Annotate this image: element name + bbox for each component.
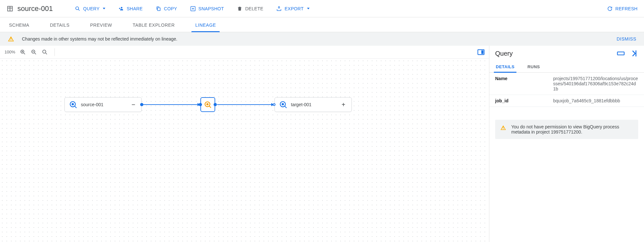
svg-point-18 bbox=[72, 103, 74, 105]
refresh-label: REFRESH bbox=[615, 6, 638, 11]
export-icon bbox=[276, 6, 282, 12]
target-node-label: target-001 bbox=[291, 102, 312, 107]
banner-message: Changes made in other systems may not be… bbox=[22, 36, 177, 42]
copy-label: COPY bbox=[164, 6, 177, 11]
divider bbox=[54, 48, 55, 56]
query-button[interactable]: QUERY bbox=[75, 6, 105, 12]
delete-button[interactable]: DELETE bbox=[237, 6, 263, 12]
source-node-label: source-001 bbox=[81, 102, 103, 107]
zoom-in-button[interactable] bbox=[20, 49, 26, 55]
lineage-canvas-pane: 100% source-001 − bbox=[0, 46, 489, 242]
delete-label: DELETE bbox=[245, 6, 263, 11]
details-value: bquxjob_7a6465c9_1881efdbbbb bbox=[547, 95, 644, 107]
side-tab-runs[interactable]: RUNS bbox=[527, 61, 541, 72]
details-side-panel: Query DETAILS RUNS Name projects/1997517… bbox=[489, 46, 644, 242]
collapse-panel-button[interactable] bbox=[629, 49, 638, 58]
zoom-out-button[interactable] bbox=[31, 49, 37, 55]
warning-icon bbox=[500, 125, 506, 131]
main-tabs: SCHEMA DETAILS PREVIEW TABLE EXPLORER LI… bbox=[0, 17, 644, 32]
snapshot-icon bbox=[190, 6, 196, 12]
svg-line-6 bbox=[24, 53, 25, 54]
chevron-down-icon bbox=[307, 8, 310, 9]
tab-table-explorer[interactable]: TABLE EXPLORER bbox=[131, 18, 176, 32]
details-row-jobid: job_id bquxjob_7a6465c9_1881efdbbbb bbox=[489, 95, 644, 107]
details-key: job_id bbox=[489, 95, 547, 107]
side-panel-title: Query bbox=[495, 50, 513, 57]
tab-schema[interactable]: SCHEMA bbox=[8, 18, 31, 32]
zoom-level: 100% bbox=[5, 50, 15, 54]
details-value: projects/199751771200/locations/us/proce… bbox=[547, 73, 644, 95]
refresh-icon bbox=[607, 6, 613, 12]
zoom-reset-button[interactable] bbox=[42, 49, 48, 55]
share-button[interactable]: SHARE bbox=[118, 6, 143, 12]
svg-line-23 bbox=[285, 106, 286, 108]
lineage-warning-banner: Changes made in other systems may not be… bbox=[0, 32, 644, 46]
output-port[interactable] bbox=[214, 103, 217, 106]
export-label: EXPORT bbox=[284, 6, 303, 11]
svg-rect-15 bbox=[481, 51, 484, 54]
copy-button[interactable]: COPY bbox=[156, 6, 177, 12]
lineage-edge bbox=[143, 104, 198, 105]
dismiss-button[interactable]: DISMISS bbox=[617, 36, 636, 42]
svg-rect-25 bbox=[618, 52, 624, 55]
toolbar-actions: QUERY SHARE COPY SNAPSHOT DELETE EXPORT bbox=[75, 6, 309, 12]
bigquery-table-icon bbox=[69, 100, 78, 109]
svg-line-1 bbox=[78, 9, 80, 11]
svg-line-10 bbox=[35, 53, 36, 54]
svg-point-21 bbox=[207, 103, 209, 106]
layout-icon-button[interactable] bbox=[616, 49, 625, 58]
table-icon bbox=[6, 5, 14, 12]
side-tab-details[interactable]: DETAILS bbox=[495, 61, 515, 72]
chevron-down-icon bbox=[103, 8, 105, 9]
zoom-toolbar: 100% bbox=[0, 46, 489, 59]
lineage-edge bbox=[217, 104, 272, 105]
details-row-name: Name projects/199751771200/locations/us/… bbox=[489, 73, 644, 95]
details-key: Name bbox=[489, 73, 547, 95]
svg-point-12 bbox=[43, 50, 46, 53]
snapshot-label: SNAPSHOT bbox=[198, 6, 224, 11]
snapshot-button[interactable]: SNAPSHOT bbox=[190, 6, 224, 12]
tab-preview[interactable]: PREVIEW bbox=[89, 18, 113, 32]
copy-icon bbox=[156, 6, 161, 12]
warning-icon bbox=[8, 36, 14, 42]
input-port[interactable] bbox=[199, 103, 202, 106]
svg-rect-3 bbox=[158, 8, 160, 11]
svg-point-0 bbox=[76, 7, 79, 10]
table-identity: source-001 bbox=[6, 5, 53, 13]
refresh-button[interactable]: REFRESH bbox=[607, 6, 638, 12]
tab-details[interactable]: DETAILS bbox=[49, 18, 71, 32]
export-button[interactable]: EXPORT bbox=[276, 6, 309, 12]
side-panel-tabs: DETAILS RUNS bbox=[489, 61, 644, 73]
lineage-source-node[interactable]: source-001 − bbox=[64, 97, 142, 112]
bigquery-table-icon bbox=[279, 100, 288, 109]
collapse-button[interactable]: − bbox=[129, 100, 138, 109]
svg-line-20 bbox=[209, 106, 211, 108]
trash-icon bbox=[237, 6, 243, 12]
output-port[interactable] bbox=[140, 103, 143, 106]
tab-lineage[interactable]: LINEAGE bbox=[194, 18, 217, 32]
top-toolbar: source-001 QUERY SHARE COPY SNAPSHOT DEL… bbox=[0, 0, 644, 17]
expand-button[interactable]: + bbox=[339, 100, 348, 109]
share-label: SHARE bbox=[127, 6, 143, 11]
lineage-canvas[interactable]: source-001 − bbox=[0, 59, 489, 242]
search-icon bbox=[75, 6, 81, 12]
lineage-target-node[interactable]: target-001 + bbox=[274, 97, 352, 112]
permission-warning-text: You do not have permission to view BigQu… bbox=[511, 124, 633, 135]
person-add-icon bbox=[118, 6, 124, 12]
svg-point-24 bbox=[282, 103, 284, 105]
query-label: QUERY bbox=[83, 6, 100, 11]
permission-warning: You do not have permission to view BigQu… bbox=[495, 120, 638, 139]
panel-toggle-button[interactable] bbox=[477, 48, 485, 56]
table-title: source-001 bbox=[17, 5, 53, 13]
main-area: 100% source-001 − bbox=[0, 46, 644, 242]
input-port[interactable] bbox=[273, 103, 275, 106]
svg-line-17 bbox=[75, 106, 76, 108]
side-panel-header: Query bbox=[489, 46, 644, 61]
svg-line-13 bbox=[46, 53, 47, 54]
lineage-process-node[interactable] bbox=[200, 97, 215, 112]
svg-point-2 bbox=[121, 7, 122, 8]
details-table: Name projects/199751771200/locations/us/… bbox=[489, 73, 644, 107]
